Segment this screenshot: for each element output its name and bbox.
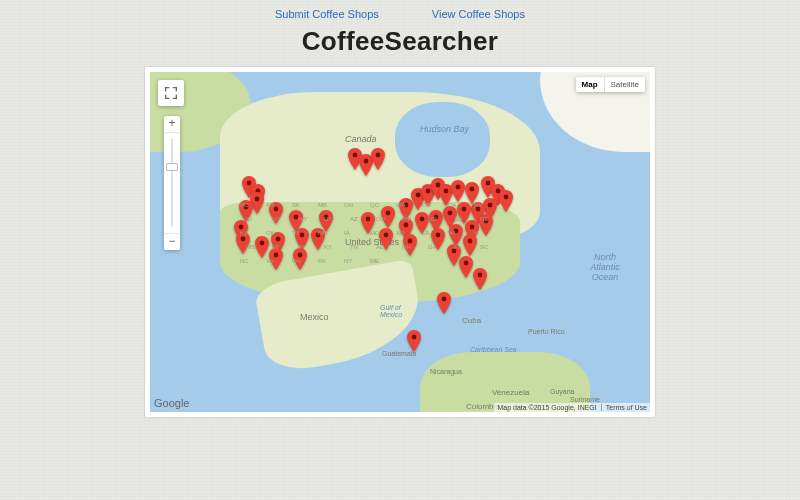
map-pin-icon[interactable]: [407, 330, 421, 352]
map-pin-icon[interactable]: [463, 234, 477, 256]
label-north-atlantic: North Atlantic Ocean: [580, 252, 630, 282]
svg-point-2: [255, 197, 260, 202]
svg-point-40: [454, 229, 459, 234]
map-pin-icon[interactable]: [459, 256, 473, 278]
map-pin-icon[interactable]: [269, 202, 283, 224]
svg-point-42: [484, 219, 489, 224]
map-pin-icon[interactable]: [499, 190, 513, 212]
svg-point-25: [456, 185, 461, 190]
svg-point-38: [408, 239, 413, 244]
svg-point-45: [464, 261, 469, 266]
svg-point-17: [376, 153, 381, 158]
map-frame: Canada United States Mexico Cuba Guatema…: [145, 67, 655, 417]
map-pin-icon[interactable]: [371, 148, 385, 170]
map-pin-icon[interactable]: [449, 224, 463, 246]
map-pin-icon[interactable]: [239, 200, 253, 222]
zoom-out-button[interactable]: −: [164, 234, 180, 250]
svg-point-15: [353, 153, 358, 158]
zoom-slider-handle[interactable]: [166, 163, 178, 171]
zoom-control: + −: [164, 116, 180, 250]
map-pin-icon[interactable]: [295, 228, 309, 250]
terms-link[interactable]: Terms of Use: [601, 404, 647, 411]
svg-point-5: [241, 237, 246, 242]
map-pin-icon[interactable]: [379, 228, 393, 250]
map-attribution: Map data ©2015 Google, INEGI Terms of Us…: [494, 403, 650, 412]
svg-point-33: [448, 211, 453, 216]
svg-point-44: [452, 249, 457, 254]
attribution-text: Map data ©2015 Google, INEGI: [497, 404, 596, 411]
svg-point-11: [274, 253, 279, 258]
svg-point-20: [404, 203, 409, 208]
map-canvas[interactable]: Canada United States Mexico Cuba Guatema…: [150, 72, 650, 412]
svg-point-36: [404, 223, 409, 228]
svg-point-13: [316, 233, 321, 238]
svg-point-46: [478, 273, 483, 278]
map-pin-icon[interactable]: [451, 180, 465, 202]
svg-point-14: [324, 215, 329, 220]
map-pin-icon[interactable]: [236, 232, 250, 254]
map-type-satellite-button[interactable]: Satellite: [604, 77, 645, 92]
svg-point-43: [468, 239, 473, 244]
map-pin-icon[interactable]: [479, 214, 493, 236]
svg-point-21: [416, 193, 421, 198]
svg-point-29: [504, 195, 509, 200]
svg-point-27: [486, 181, 491, 186]
svg-point-10: [260, 241, 265, 246]
map-pin-icon[interactable]: [269, 248, 283, 270]
svg-point-9: [276, 237, 281, 242]
label-cuba: Cuba: [462, 316, 481, 325]
svg-point-32: [462, 207, 467, 212]
zoom-slider-track[interactable]: [164, 132, 180, 234]
map-pin-icon[interactable]: [403, 234, 417, 256]
svg-point-16: [364, 159, 369, 164]
map-pin-icon[interactable]: [415, 212, 429, 234]
map-pin-icon[interactable]: [437, 292, 451, 314]
map-pin-icon[interactable]: [293, 248, 307, 270]
top-nav: Submit Coffee Shops View Coffee Shops: [0, 0, 800, 20]
svg-point-7: [294, 215, 299, 220]
svg-point-24: [444, 189, 449, 194]
page-title: CoffeeSearcher: [0, 26, 800, 57]
map-type-map-button[interactable]: Map: [576, 77, 604, 92]
svg-point-41: [470, 225, 475, 230]
map-pin-icon[interactable]: [361, 212, 375, 234]
nav-submit-link[interactable]: Submit Coffee Shops: [275, 8, 379, 20]
svg-point-31: [476, 207, 481, 212]
svg-point-39: [436, 233, 441, 238]
svg-point-4: [239, 225, 244, 230]
svg-point-8: [300, 233, 305, 238]
map-pin-icon[interactable]: [473, 268, 487, 290]
svg-point-30: [488, 203, 493, 208]
svg-point-37: [384, 233, 389, 238]
zoom-in-button[interactable]: +: [164, 116, 180, 132]
svg-point-35: [420, 217, 425, 222]
map-pin-icon[interactable]: [319, 210, 333, 232]
svg-point-19: [386, 211, 391, 216]
map-type-control: Map Satellite: [576, 77, 645, 92]
svg-point-34: [434, 215, 439, 220]
google-logo: Google: [154, 397, 189, 409]
map-pin-icon[interactable]: [381, 206, 395, 228]
fullscreen-button[interactable]: [158, 80, 184, 106]
svg-point-3: [244, 205, 249, 210]
map-pin-icon[interactable]: [255, 236, 269, 258]
svg-point-18: [366, 217, 371, 222]
svg-point-22: [426, 189, 431, 194]
svg-point-6: [274, 207, 279, 212]
nav-view-link[interactable]: View Coffee Shops: [432, 8, 525, 20]
label-puerto-rico: Puerto Rico: [528, 328, 565, 335]
fullscreen-icon: [163, 85, 179, 101]
svg-point-26: [470, 187, 475, 192]
svg-point-12: [298, 253, 303, 258]
map-pin-icon[interactable]: [465, 182, 479, 204]
hudson-bay-water: [395, 102, 490, 177]
map-pin-icon[interactable]: [431, 228, 445, 250]
svg-point-47: [442, 297, 447, 302]
svg-point-48: [412, 335, 417, 340]
